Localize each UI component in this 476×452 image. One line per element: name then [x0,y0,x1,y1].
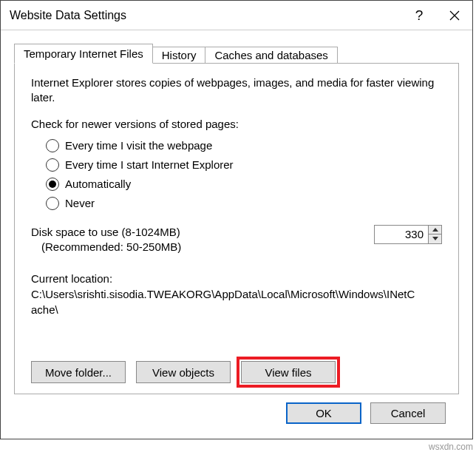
check-versions-radio-group: Every time I visit the webpage Every tim… [31,139,445,210]
view-objects-button[interactable]: View objects [136,361,231,383]
radio-every-visit[interactable]: Every time I visit the webpage [46,139,445,152]
tab-caches-and-databases[interactable]: Caches and databases [205,47,337,63]
check-versions-label: Check for newer versions of stored pages… [31,118,445,130]
spinner-up-button[interactable] [429,226,441,235]
disk-space-input[interactable] [375,226,428,243]
radio-icon [46,178,59,191]
chevron-up-icon [432,228,438,232]
panel-button-row: Move folder... View objects View files [31,348,445,383]
radio-label: Every time I visit the webpage [65,139,212,152]
close-icon [449,10,460,21]
cancel-button[interactable]: Cancel [370,402,446,424]
dialog-footer: OK Cancel [14,394,459,431]
svg-marker-3 [432,237,438,240]
radio-icon [46,158,59,172]
radio-never[interactable]: Never [46,197,445,210]
radio-label: Never [65,197,95,209]
radio-automatically[interactable]: Automatically [46,178,445,191]
radio-icon [46,139,59,152]
ok-button[interactable]: OK [286,402,361,424]
tabstrip: Temporary Internet Files History Caches … [14,41,459,63]
tab-history[interactable]: History [152,47,206,63]
current-location-label: Current location: [31,271,445,286]
current-location-path: C:\Users\srishti.sisodia.TWEAKORG\AppDat… [31,286,415,317]
move-folder-button[interactable]: Move folder... [31,361,126,383]
radio-every-start[interactable]: Every time I start Internet Explorer [46,158,445,172]
spinner-buttons [428,226,441,243]
description-text: Internet Explorer stores copies of webpa… [31,75,445,106]
radio-label: Automatically [65,178,131,190]
radio-label: Every time I start Internet Explorer [65,158,234,171]
help-button[interactable]: ? [401,1,437,30]
tab-temporary-internet-files[interactable]: Temporary Internet Files [14,44,153,64]
spinner-down-button[interactable] [429,235,441,243]
dialog-title: Website Data Settings [10,9,401,22]
watermark: wsxdn.com [429,442,473,452]
dialog-content: Temporary Internet Files History Caches … [1,30,472,439]
tabpanel-temporary-internet-files: Internet Explorer stores copies of webpa… [14,63,459,394]
disk-space-recommended: (Recommended: 50-250MB) [31,240,181,254]
svg-marker-2 [432,228,438,232]
radio-icon [46,197,59,210]
disk-space-labels: Disk space to use (8-1024MB) (Recommende… [31,225,181,255]
radio-dot-icon [49,181,56,188]
disk-space-label: Disk space to use (8-1024MB) [31,225,181,240]
disk-space-row: Disk space to use (8-1024MB) (Recommende… [31,225,445,255]
close-button[interactable] [437,1,472,30]
disk-space-spinner [374,225,442,244]
view-files-button[interactable]: View files [241,361,336,383]
chevron-down-icon [432,237,438,240]
website-data-settings-dialog: Website Data Settings ? Temporary Intern… [0,0,473,439]
current-location-block: Current location: C:\Users\srishti.sisod… [31,271,445,317]
titlebar: Website Data Settings ? [1,1,472,30]
